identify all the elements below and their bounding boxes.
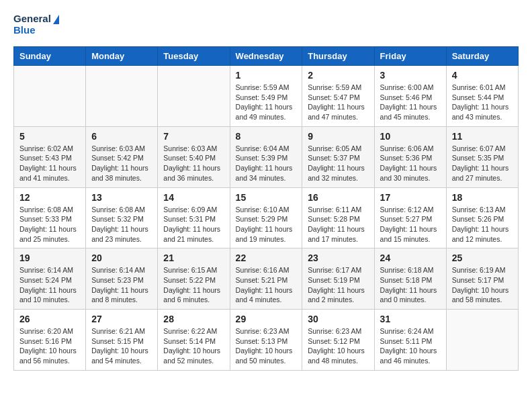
day-info: Sunrise: 6:09 AM Sunset: 5:31 PM Dayligh… [163,205,224,244]
day-info: Sunrise: 6:23 AM Sunset: 5:12 PM Dayligh… [308,326,368,366]
day-number: 24 [380,253,441,263]
day-number: 14 [163,192,224,203]
day-number: 4 [452,70,513,81]
calendar-cell: 15Sunrise: 6:10 AM Sunset: 5:29 PM Dayli… [230,187,302,248]
calendar-cell: 2Sunrise: 5:59 AM Sunset: 5:47 PM Daylig… [302,66,374,127]
calendar-cell: 21Sunrise: 6:15 AM Sunset: 5:22 PM Dayli… [158,248,230,310]
day-number: 31 [380,314,441,324]
day-info: Sunrise: 6:04 AM Sunset: 5:39 PM Dayligh… [236,144,297,183]
day-number: 3 [380,70,441,81]
calendar-table: SundayMondayTuesdayWednesdayThursdayFrid… [13,46,519,371]
calendar-week-2: 5Sunrise: 6:02 AM Sunset: 5:43 PM Daylig… [14,126,519,187]
day-number: 29 [236,314,297,324]
calendar-cell: 25Sunrise: 6:19 AM Sunset: 5:17 PM Dayli… [446,248,518,310]
day-number: 10 [380,131,441,142]
day-number: 23 [308,253,368,263]
day-number: 22 [236,253,297,263]
day-number: 9 [308,131,368,142]
day-info: Sunrise: 6:23 AM Sunset: 5:13 PM Dayligh… [236,326,297,366]
calendar-week-4: 19Sunrise: 6:14 AM Sunset: 5:24 PM Dayli… [14,248,519,310]
day-number: 16 [308,192,368,203]
calendar-cell: 28Sunrise: 6:22 AM Sunset: 5:14 PM Dayli… [158,310,230,371]
day-info: Sunrise: 5:59 AM Sunset: 5:49 PM Dayligh… [236,83,297,122]
day-info: Sunrise: 6:10 AM Sunset: 5:29 PM Dayligh… [236,205,297,244]
day-number: 11 [452,131,513,142]
day-info: Sunrise: 6:18 AM Sunset: 5:18 PM Dayligh… [380,265,441,305]
day-number: 19 [19,253,80,263]
day-info: Sunrise: 6:08 AM Sunset: 5:32 PM Dayligh… [91,205,152,244]
day-info: Sunrise: 6:06 AM Sunset: 5:36 PM Dayligh… [380,144,441,183]
weekday-header-tuesday: Tuesday [158,47,230,66]
day-info: Sunrise: 6:19 AM Sunset: 5:17 PM Dayligh… [452,265,513,305]
day-info: Sunrise: 6:02 AM Sunset: 5:43 PM Dayligh… [19,144,80,183]
calendar-cell: 23Sunrise: 6:17 AM Sunset: 5:19 PM Dayli… [302,248,374,310]
calendar-cell: 24Sunrise: 6:18 AM Sunset: 5:18 PM Dayli… [374,248,446,310]
calendar-cell: 22Sunrise: 6:16 AM Sunset: 5:21 PM Dayli… [230,248,302,310]
day-info: Sunrise: 6:14 AM Sunset: 5:24 PM Dayligh… [19,265,80,305]
calendar-cell: 8Sunrise: 6:04 AM Sunset: 5:39 PM Daylig… [230,126,302,187]
weekday-header-friday: Friday [374,47,446,66]
day-info: Sunrise: 6:15 AM Sunset: 5:22 PM Dayligh… [163,265,224,305]
day-info: Sunrise: 6:17 AM Sunset: 5:19 PM Dayligh… [308,265,368,305]
calendar-week-3: 12Sunrise: 6:08 AM Sunset: 5:33 PM Dayli… [14,187,519,248]
calendar-cell: 13Sunrise: 6:08 AM Sunset: 5:32 PM Dayli… [86,187,158,248]
day-number: 1 [236,70,297,81]
weekday-header-sunday: Sunday [14,47,86,66]
weekday-header-thursday: Thursday [302,47,374,66]
calendar-week-5: 26Sunrise: 6:20 AM Sunset: 5:16 PM Dayli… [14,310,519,371]
calendar-cell: 16Sunrise: 6:11 AM Sunset: 5:28 PM Dayli… [302,187,374,248]
day-info: Sunrise: 6:20 AM Sunset: 5:16 PM Dayligh… [19,326,80,366]
calendar-cell: 6Sunrise: 6:03 AM Sunset: 5:42 PM Daylig… [86,126,158,187]
day-number: 2 [308,70,368,81]
calendar-cell [14,66,86,127]
calendar-cell: 29Sunrise: 6:23 AM Sunset: 5:13 PM Dayli… [230,310,302,371]
day-number: 27 [91,314,152,324]
day-info: Sunrise: 6:00 AM Sunset: 5:46 PM Dayligh… [380,83,441,122]
day-number: 30 [308,314,368,324]
calendar-cell: 12Sunrise: 6:08 AM Sunset: 5:33 PM Dayli… [14,187,86,248]
day-number: 25 [452,253,513,263]
calendar-cell: 27Sunrise: 6:21 AM Sunset: 5:15 PM Dayli… [86,310,158,371]
day-number: 21 [163,253,224,263]
day-info: Sunrise: 6:14 AM Sunset: 5:23 PM Dayligh… [91,265,152,305]
calendar-cell: 18Sunrise: 6:13 AM Sunset: 5:26 PM Dayli… [446,187,518,248]
calendar-cell: 9Sunrise: 6:05 AM Sunset: 5:37 PM Daylig… [302,126,374,187]
day-number: 13 [91,192,152,203]
calendar-cell: 7Sunrise: 6:03 AM Sunset: 5:40 PM Daylig… [158,126,230,187]
calendar-cell [86,66,158,127]
weekday-header-monday: Monday [86,47,158,66]
calendar-cell: 10Sunrise: 6:06 AM Sunset: 5:36 PM Dayli… [374,126,446,187]
day-number: 6 [91,131,152,142]
calendar-cell: 3Sunrise: 6:00 AM Sunset: 5:46 PM Daylig… [374,66,446,127]
calendar-cell: 4Sunrise: 6:01 AM Sunset: 5:44 PM Daylig… [446,66,518,127]
day-number: 18 [452,192,513,203]
calendar-cell: 20Sunrise: 6:14 AM Sunset: 5:23 PM Dayli… [86,248,158,310]
day-info: Sunrise: 6:05 AM Sunset: 5:37 PM Dayligh… [308,144,368,183]
weekday-header-row: SundayMondayTuesdayWednesdayThursdayFrid… [14,47,519,66]
day-info: Sunrise: 6:22 AM Sunset: 5:14 PM Dayligh… [163,326,224,366]
day-number: 28 [163,314,224,324]
day-number: 8 [236,131,297,142]
day-info: Sunrise: 6:21 AM Sunset: 5:15 PM Dayligh… [91,326,152,366]
day-info: Sunrise: 6:13 AM Sunset: 5:26 PM Dayligh… [452,205,513,244]
day-info: Sunrise: 6:03 AM Sunset: 5:40 PM Dayligh… [163,144,224,183]
day-info: Sunrise: 6:08 AM Sunset: 5:33 PM Dayligh… [19,205,80,244]
calendar-cell: 5Sunrise: 6:02 AM Sunset: 5:43 PM Daylig… [14,126,86,187]
day-number: 20 [91,253,152,263]
day-number: 15 [236,192,297,203]
day-number: 7 [163,131,224,142]
day-info: Sunrise: 6:11 AM Sunset: 5:28 PM Dayligh… [308,205,368,244]
calendar-cell: 1Sunrise: 5:59 AM Sunset: 5:49 PM Daylig… [230,66,302,127]
day-info: Sunrise: 6:01 AM Sunset: 5:44 PM Dayligh… [452,83,513,122]
day-info: Sunrise: 6:07 AM Sunset: 5:35 PM Dayligh… [452,144,513,183]
calendar-cell: 17Sunrise: 6:12 AM Sunset: 5:27 PM Dayli… [374,187,446,248]
calendar-cell [158,66,230,127]
logo: General Blue [13,13,59,36]
day-number: 26 [19,314,80,324]
day-info: Sunrise: 6:16 AM Sunset: 5:21 PM Dayligh… [236,265,297,305]
day-number: 17 [380,192,441,203]
calendar-cell: 30Sunrise: 6:23 AM Sunset: 5:12 PM Dayli… [302,310,374,371]
day-info: Sunrise: 6:03 AM Sunset: 5:42 PM Dayligh… [91,144,152,183]
day-number: 5 [19,131,80,142]
day-info: Sunrise: 6:24 AM Sunset: 5:11 PM Dayligh… [380,326,441,366]
